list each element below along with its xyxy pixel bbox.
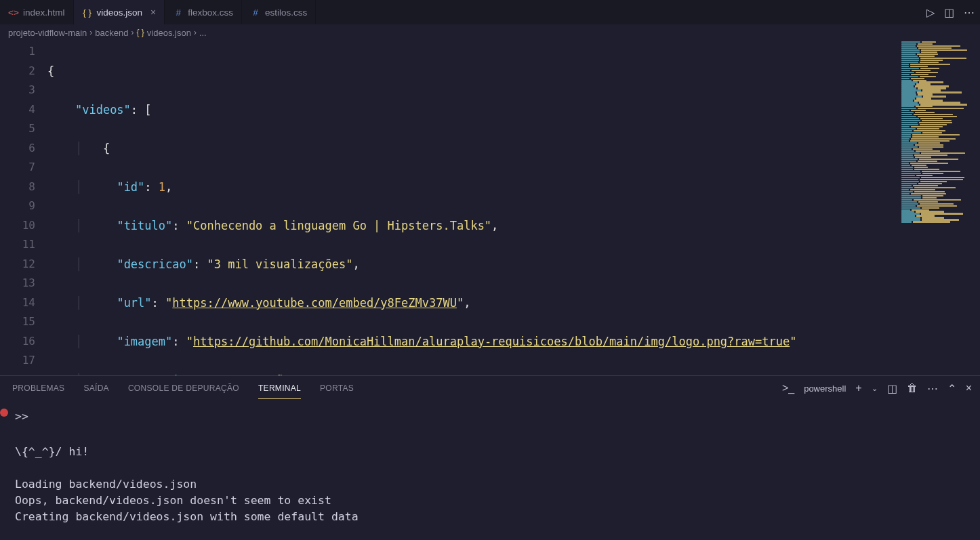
terminal-output[interactable]: >> \{^_^}/ hi! Loading backend/videos.js…: [0, 400, 980, 533]
breadcrumb-part[interactable]: projeto-vidflow-main: [8, 28, 87, 38]
chevron-down-icon[interactable]: ⌄: [872, 384, 878, 393]
bottom-panel: PROBLEMAS SAÍDA CONSOLE DE DEPURAÇÃO TER…: [0, 375, 980, 540]
editor-body: 1 2 3 4 5 6 7 8 9 10 11 12 13 14 15 16 1…: [0, 41, 980, 375]
terminal-prompt: >>: [15, 410, 28, 423]
tab-flexbox-css[interactable]: # flexbox.css: [165, 0, 242, 24]
panel-actions: >_ powershell + ⌄ ◫ 🗑 ⋯ ⌃ ×: [782, 382, 972, 395]
json-icon: { }: [136, 28, 144, 37]
terminal-line: Oops, backend/videos.json doesn't seem t…: [15, 493, 965, 509]
more-icon[interactable]: ⋯: [927, 382, 938, 395]
chevron-right-icon: ›: [194, 28, 197, 37]
panel-tabs: PROBLEMAS SAÍDA CONSOLE DE DEPURAÇÃO TER…: [0, 376, 980, 400]
terminal-line: Creating backend/videos.json with some d…: [15, 509, 965, 525]
editor-actions: ▷ ◫ ⋯: [926, 6, 975, 19]
tab-index-html[interactable]: <> index.html: [0, 0, 74, 24]
minimap[interactable]: // generate abstract minimap blocks docu…: [899, 41, 980, 375]
json-icon: { }: [82, 7, 93, 18]
tab-label: index.html: [23, 7, 65, 18]
tab-label: videos.json: [97, 7, 143, 18]
split-editor-icon[interactable]: ◫: [944, 6, 954, 19]
tab-videos-json[interactable]: { } videos.json ×: [74, 0, 165, 24]
panel-tab-debug-console[interactable]: CONSOLE DE DEPURAÇÃO: [128, 383, 239, 393]
html-icon: <>: [8, 7, 19, 18]
terminal-icon: >_: [782, 382, 794, 394]
panel-tab-ports[interactable]: PORTAS: [320, 383, 354, 393]
chevron-right-icon: ›: [89, 28, 92, 37]
new-terminal-icon[interactable]: +: [855, 382, 861, 394]
breadcrumb-part[interactable]: backend: [95, 28, 128, 38]
line-number-gutter: 1 2 3 4 5 6 7 8 9 10 11 12 13 14 15 16 1…: [0, 41, 47, 375]
trash-icon[interactable]: 🗑: [907, 382, 918, 394]
terminal-line: Loading backend/videos.json: [15, 476, 965, 493]
terminal-profile-label[interactable]: powershell: [804, 383, 846, 394]
tab-label: flexbox.css: [188, 7, 233, 18]
breadcrumb-part[interactable]: videos.json: [147, 28, 191, 38]
breadcrumb-part[interactable]: ...: [199, 28, 207, 38]
editor-tabs-bar: <> index.html { } videos.json × # flexbo…: [0, 0, 980, 24]
chevron-right-icon: ›: [131, 28, 134, 37]
close-panel-icon[interactable]: ×: [966, 382, 972, 394]
chevron-up-icon[interactable]: ⌃: [947, 382, 956, 395]
tab-label: estilos.css: [265, 7, 307, 18]
panel-tab-terminal[interactable]: TERMINAL: [258, 383, 301, 399]
panel-tab-output[interactable]: SAÍDA: [83, 383, 109, 393]
close-icon[interactable]: ×: [150, 7, 156, 18]
run-icon[interactable]: ▷: [926, 6, 935, 19]
css-icon: #: [173, 7, 184, 18]
terminal-line: \{^_^}/ hi!: [15, 444, 965, 460]
split-terminal-icon[interactable]: ◫: [887, 382, 897, 395]
css-icon: #: [250, 7, 261, 18]
error-marker-icon: [0, 409, 8, 417]
code-editor[interactable]: { "videos": [ │ { │ "id": 1, │ "titulo":…: [47, 41, 980, 375]
tab-estilos-css[interactable]: # estilos.css: [242, 0, 316, 24]
more-icon[interactable]: ⋯: [964, 6, 975, 19]
panel-tab-problems[interactable]: PROBLEMAS: [12, 383, 64, 393]
breadcrumb[interactable]: projeto-vidflow-main › backend › { } vid…: [0, 24, 980, 41]
